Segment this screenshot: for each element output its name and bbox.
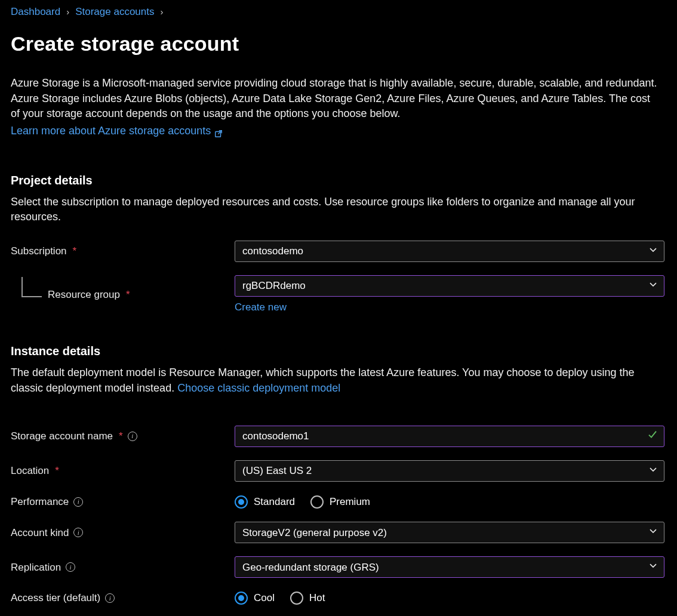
access-tier-row: Access tier (default) i Cool Hot: [11, 591, 666, 605]
check-icon: [647, 429, 658, 443]
access-tier-hot-radio[interactable]: Hot: [290, 591, 325, 605]
subscription-value: contosodemo: [242, 244, 303, 258]
replication-select[interactable]: Geo-redundant storage (GRS): [235, 556, 664, 578]
chevron-down-icon: [648, 464, 658, 478]
classic-model-link[interactable]: Choose classic deployment model: [177, 382, 340, 394]
account-kind-row: Account kind i StorageV2 (general purpos…: [11, 522, 666, 543]
info-icon[interactable]: i: [128, 432, 137, 441]
replication-label: Replication i: [11, 560, 235, 575]
required-asterisk: *: [119, 429, 123, 443]
learn-more-link[interactable]: Learn more about Azure storage accounts: [11, 124, 223, 138]
breadcrumb: Dashboard › Storage accounts ›: [11, 5, 666, 19]
breadcrumb-storage-accounts[interactable]: Storage accounts: [75, 5, 154, 19]
instance-details-desc: The default deployment model is Resource…: [11, 365, 661, 395]
chevron-down-icon: [648, 526, 658, 540]
info-icon[interactable]: i: [73, 528, 83, 537]
info-icon[interactable]: i: [66, 562, 75, 572]
location-label: Location*: [11, 464, 235, 478]
subscription-row: Subscription* contosodemo: [11, 241, 666, 262]
storage-name-input[interactable]: contosodemo1: [235, 426, 664, 447]
performance-standard-radio[interactable]: Standard: [235, 495, 295, 509]
performance-premium-label: Premium: [330, 495, 370, 509]
performance-standard-label: Standard: [254, 495, 295, 509]
radio-unchecked-icon: [290, 592, 303, 605]
chevron-down-icon: [648, 244, 658, 258]
subscription-label-text: Subscription: [11, 244, 67, 258]
replication-label-text: Replication: [11, 560, 61, 575]
page-title: Create storage account: [11, 30, 666, 58]
chevron-down-icon: [648, 279, 658, 293]
performance-label-text: Performance: [11, 495, 69, 509]
storage-name-label-text: Storage account name: [11, 429, 113, 443]
breadcrumb-sep-2: ›: [160, 5, 163, 18]
info-icon[interactable]: i: [105, 593, 115, 603]
location-label-text: Location: [11, 464, 49, 478]
storage-name-label: Storage account name* i: [11, 429, 235, 443]
required-asterisk: *: [55, 464, 59, 478]
access-tier-label-text: Access tier (default): [11, 591, 100, 605]
replication-row: Replication i Geo-redundant storage (GRS…: [11, 556, 666, 578]
performance-radio-group: Standard Premium: [235, 495, 664, 509]
account-kind-value: StorageV2 (general purpose v2): [242, 526, 387, 540]
account-kind-label: Account kind i: [11, 526, 235, 540]
breadcrumb-sep-1: ›: [66, 5, 69, 18]
radio-checked-icon: [235, 495, 248, 509]
account-kind-select[interactable]: StorageV2 (general purpose v2): [235, 522, 664, 543]
performance-label: Performance i: [11, 495, 235, 509]
location-row: Location* (US) East US 2: [11, 460, 666, 482]
resource-group-value: rgBCDRdemo: [242, 279, 306, 293]
performance-premium-radio[interactable]: Premium: [310, 495, 370, 509]
access-tier-cool-radio[interactable]: Cool: [235, 591, 275, 605]
resource-group-label: Resource group*: [11, 288, 235, 302]
access-tier-cool-label: Cool: [254, 591, 275, 605]
storage-name-value: contosodemo1: [242, 429, 309, 443]
access-tier-label: Access tier (default) i: [11, 591, 235, 605]
learn-more-label: Learn more about Azure storage accounts: [11, 124, 211, 138]
instance-details-heading: Instance details: [11, 343, 666, 359]
access-tier-radio-group: Cool Hot: [235, 591, 664, 605]
radio-checked-icon: [235, 592, 248, 605]
replication-value: Geo-redundant storage (GRS): [242, 560, 379, 575]
project-details-heading: Project details: [11, 172, 666, 189]
performance-row: Performance i Standard Premium: [11, 495, 666, 509]
project-details-desc: Select the subscription to manage deploy…: [11, 195, 661, 224]
resource-group-label-text: Resource group: [48, 288, 120, 302]
chevron-down-icon: [648, 560, 658, 575]
subscription-label: Subscription*: [11, 244, 235, 258]
radio-unchecked-icon: [310, 495, 324, 509]
access-tier-hot-label: Hot: [309, 591, 325, 605]
storage-name-row: Storage account name* i contosodemo1: [11, 426, 666, 447]
subscription-select[interactable]: contosodemo: [235, 241, 664, 262]
intro-text: Azure Storage is a Microsoft-managed ser…: [11, 76, 661, 121]
required-asterisk: *: [126, 288, 130, 302]
create-new-link[interactable]: Create new: [235, 300, 287, 315]
location-value: (US) East US 2: [242, 464, 312, 478]
account-kind-label-text: Account kind: [11, 526, 69, 540]
required-asterisk: *: [73, 244, 77, 258]
info-icon[interactable]: i: [73, 497, 83, 507]
tree-line-icon: [21, 277, 42, 297]
resource-group-select[interactable]: rgBCDRdemo: [235, 275, 664, 297]
location-select[interactable]: (US) East US 2: [235, 460, 664, 482]
external-link-icon: [214, 127, 223, 135]
resource-group-row: Resource group* rgBCDRdemo Create new: [11, 275, 666, 315]
breadcrumb-dashboard[interactable]: Dashboard: [11, 5, 60, 19]
